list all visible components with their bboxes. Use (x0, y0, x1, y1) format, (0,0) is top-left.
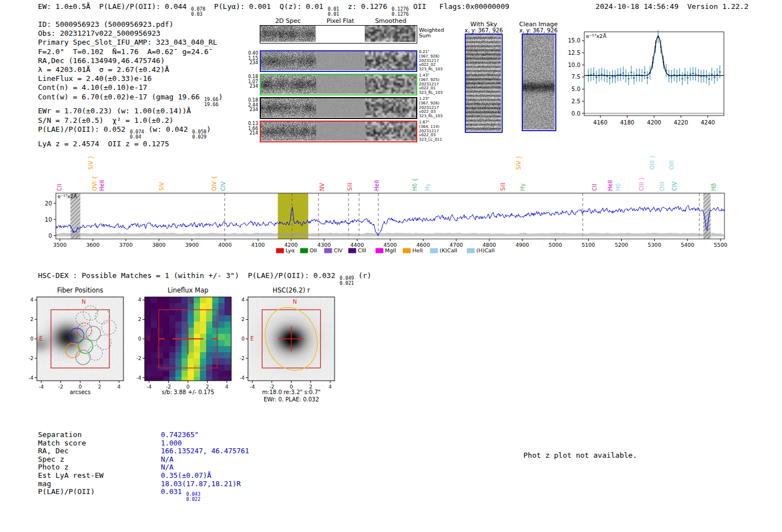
spec2d-row-4 (260, 121, 417, 142)
fiber-circle (69, 328, 84, 343)
emission-line-label: CIV (671, 181, 678, 191)
fit-data-point (695, 73, 697, 75)
hsc-r-x-tick-label: -4 (250, 384, 255, 390)
spectrum-x-tick-label: 3600 (86, 242, 99, 248)
fit-data-point (593, 73, 594, 75)
cleanimage-image (523, 35, 555, 130)
legend-swatch (430, 248, 438, 253)
legend-swatch (403, 248, 411, 253)
detection-info-block: ID: 5000956923 (5000956923.pdf)Obs: 2023… (38, 20, 223, 148)
spectrum-x-tick-label: 3900 (185, 242, 199, 248)
legend-swatch (375, 248, 383, 253)
fiber-circle (86, 326, 101, 341)
hsc-cutout-title: HSC(26.2) r (248, 286, 335, 294)
match-row-5: Est LyA rest-EW0.35(±0.07)Å (38, 471, 249, 480)
fit-gaussian-curve (584, 36, 724, 75)
match-row-6: mag18.03(17.87,18.21)R (38, 480, 249, 488)
fit-data-point (711, 74, 713, 75)
spectrum-x-tick-label: 3500 (53, 242, 66, 248)
emission-line-label: Hδ { (412, 178, 418, 191)
spectrum-y-tick-label: 10 (45, 217, 52, 223)
withsky-image-frame (465, 33, 503, 133)
compass-north-label: N (82, 299, 85, 305)
hsc-r-x-tick-label: 4 (328, 384, 332, 390)
uncertainty-supsub: 0.010.01 (328, 7, 339, 17)
uncertainty-supsub: 0.0430.022 (186, 492, 201, 502)
emission-line-label: HeII (374, 180, 380, 191)
text-segment: P(LAE)/P(OII): 0.052 (38, 125, 130, 133)
legend-label: OII (309, 247, 317, 253)
fiber-positions-y-tick-label: 4 (30, 297, 34, 303)
emission-line-label: Hδ (615, 183, 621, 191)
info-line-9: EWr = 1.70(±0.23) (w: 1.00(±0.14))Å (38, 107, 223, 116)
fit-data-point (705, 76, 707, 78)
emission-line-label: OIII } (649, 155, 655, 170)
fiber-positions-y-tick-label: 0 (30, 336, 34, 342)
info-line-8: Cont(w) = 6.70(±0.02)e-17 (gmag 19.66 19… (38, 93, 223, 107)
spectrum-unit-label: e⁻¹⁷x2Å (58, 193, 78, 199)
fiber-circle (76, 311, 90, 326)
fit-y-tick-label: 7.5 (571, 74, 580, 80)
fit-data-point (684, 74, 686, 75)
text-segment: Obs: 20231217v022_5000956923 (38, 29, 160, 37)
fit-data-point (692, 73, 694, 74)
match-row-1: Match score1.000 (38, 439, 249, 447)
text-segment: F=2.0" T=0.102 N̄=1.76 A=0.62̄ g=24.6̄ (38, 47, 208, 56)
text-segment: Primary Spec_Slot_IFU_AMP: 323_043_040_R… (38, 38, 217, 46)
uncertainty-supsub: 0.0490.021 (340, 276, 354, 286)
text-segment: S/N = 7.2(±0.5) χ² = 1.0(±0.2) (38, 116, 174, 124)
emission-line-label: OIV { (211, 176, 217, 191)
match-row-7: P(LAE)/P(OII)0.031 0.0430.022 (38, 487, 249, 496)
emission-line-label: HeII (607, 180, 613, 191)
hsc-r-y-tick-label: -4 (240, 375, 245, 381)
lineflux-map-title: Lineflux Map (145, 286, 231, 294)
fit-data-point (619, 74, 621, 75)
spectrum-line (56, 205, 724, 236)
header-summary-line: EW: 1.0±0.5Å P(LAE)/P(OII): 0.044 0.0780… (38, 2, 509, 17)
spectrum-x-tick-label: 4900 (516, 242, 529, 248)
text-segment: (w: 0.042 (144, 125, 192, 133)
info-line-4: RA,Dec (166.134949,46.475746) (38, 56, 223, 65)
error-spectrum-band (56, 233, 724, 236)
info-line-0: ID: 5000956923 (5000956923.pdf) (38, 20, 223, 29)
legend-swatch (349, 248, 356, 253)
lineflux-map-x-tick-label: -4 (146, 384, 151, 390)
spec2d-2dspec-image-4 (261, 122, 316, 141)
spectrum-y-tick-label: 0 (49, 233, 52, 239)
match-row-label: Est LyA rest-EW (38, 471, 161, 480)
fit-data-point (686, 77, 688, 79)
uncertainty-supsub: 0.0740.04 (130, 130, 144, 140)
fit-y-tick-label: 10.0 (568, 62, 580, 68)
spectrum-axis-box (56, 193, 724, 239)
spec2d-pixelflat-image-4 (316, 122, 365, 141)
spectrum-x-tick-label: 4100 (251, 242, 265, 248)
fit-y-tick-label: 2.5 (571, 98, 580, 104)
lineflux-map-y-tick-label: 0 (138, 336, 141, 342)
spectrum-y-tick-label: 20 (45, 200, 52, 207)
text-segment: ) (218, 93, 223, 101)
text-segment: HSC-DEX : Possible Matches = 1 (within +… (38, 271, 340, 280)
text-segment: EWr = 1.70(±0.23) (w: 1.00(±0.14))Å (38, 107, 191, 115)
info-line-3: F=2.0" T=0.102 N̄=1.76 A=0.62̄ g=24.6̄ (38, 47, 223, 56)
extraction-square (51, 310, 109, 368)
lineflux-map-x-tick-label: -2 (166, 384, 171, 390)
elixer-report-page: EW: 1.0±0.5Å P(LAE)/P(OII): 0.044 0.0780… (0, 0, 782, 532)
match-row-value: 18.03(17.87,18.21)R (161, 480, 241, 488)
emission-line-label: SiV } (516, 155, 522, 170)
info-line-7: Cont(n) = 4.10(±0.10)e-17 (38, 83, 223, 92)
match-row-value: N/A (161, 463, 174, 471)
match-row-label: Spec z (38, 455, 161, 463)
spec2d-right-label-1: 0.21"(367, 926)20231217v022_02323_RL_103 (419, 50, 454, 72)
fit-x-tick-label: 4180 (620, 119, 634, 126)
legend-label: CIII (358, 247, 366, 253)
match-row-value: 166.135247, 46.475761 (161, 447, 249, 455)
uncertainty-supsub: 0.0580.029 (192, 130, 207, 140)
fiber-circle (102, 320, 116, 334)
hsc-r-x-tick-label: -2 (269, 384, 274, 390)
catalog-match-table: Separation0.742365"Match score1.000RA, D… (38, 430, 249, 496)
compass-east-label: E (250, 336, 254, 342)
emission-line-label: Hβ (711, 183, 717, 191)
emission-line-label: OIII (669, 160, 675, 170)
fit-unit-label: e⁻¹⁷x2Å (586, 33, 607, 39)
fit-y-tick-label: 0.0 (571, 111, 580, 117)
